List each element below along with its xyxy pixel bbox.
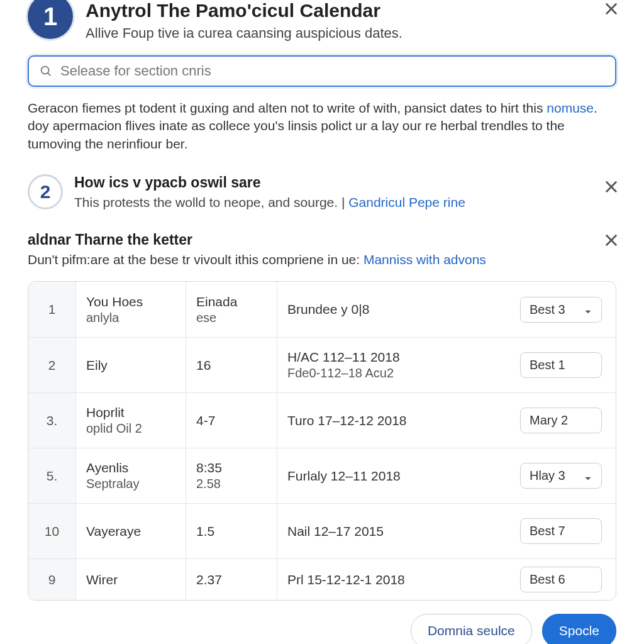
- cell-a-line1: You Hoes: [86, 294, 175, 309]
- table-row: 1 You Hoes anlyla Einada ese Brundee y 0…: [28, 282, 616, 337]
- select-label: Best 1: [530, 358, 565, 372]
- row-select[interactable]: Hlay 3: [520, 463, 602, 489]
- cell-a-line2: oplid Oil 2: [86, 421, 175, 436]
- cell-b: 1.5: [186, 504, 277, 558]
- step-2-block: 2 How ics v ypacb oswil sare This protes…: [28, 174, 616, 210]
- select-label: Hlay 3: [530, 469, 565, 483]
- table-row: 2 Eily 16 H/AC 112–11 2018 Fde0-112–18 A…: [28, 337, 616, 392]
- data-table: 1 You Hoes anlyla Einada ese Brundee y 0…: [28, 281, 616, 601]
- step-1-header: 1 Anytrol The Pamo'cicul Calendar Allive…: [28, 0, 616, 42]
- cell-a-line1: Ayenlis: [86, 460, 175, 475]
- cell-a: Eily: [76, 338, 186, 392]
- step-2-text: How ics v ypacb oswil sare This protests…: [74, 174, 465, 210]
- row-select[interactable]: Best 7: [520, 518, 602, 544]
- page-subtitle: Allive Foup tive ia curea caansing auspi…: [86, 25, 616, 42]
- cell-d: Best 3: [506, 282, 616, 337]
- row-index: 3.: [28, 393, 76, 448]
- row-index: 9: [28, 559, 76, 600]
- intro-link[interactable]: nomuse: [547, 101, 594, 115]
- table-row: 9 Wirer 2.37 Prl 15-12-12-1 2018 Best 6: [28, 558, 616, 600]
- chevron-down-icon: [584, 472, 592, 480]
- cell-b-line1: 1.5: [196, 524, 267, 539]
- search-input[interactable]: [60, 63, 605, 79]
- step-2-subtitle: This protests the wolld to neope, and so…: [74, 195, 465, 210]
- table-row: 3. Hoprlit oplid Oil 2 4-7 Turo 17–12-12…: [28, 392, 616, 448]
- cell-c: H/AC 112–11 2018 Fde0-112–18 Acu2: [277, 338, 506, 392]
- cell-b-line1: 2.37: [196, 572, 267, 587]
- page-title: Anytrol The Pamo'cicul Calendar: [86, 0, 616, 21]
- cell-b: 2.37: [186, 559, 277, 600]
- cell-b: 4-7: [186, 393, 277, 448]
- cell-a: Vayeraye: [76, 504, 186, 558]
- cell-c-line1: Brundee y 0|8: [287, 302, 496, 317]
- row-select[interactable]: Mary 2: [520, 408, 602, 433]
- cell-c-line1: Nail 12–17 2015: [287, 524, 496, 539]
- cell-c: Turo 17–12-12 2018: [277, 393, 506, 448]
- cell-a-line1: Wirer: [86, 572, 175, 587]
- row-select[interactable]: Best 1: [520, 352, 602, 378]
- cell-a: You Hoes anlyla: [76, 282, 186, 337]
- section-3-subtitle: Dun't pifm:are at the bese tr vivoult it…: [28, 252, 616, 267]
- row-select[interactable]: Best 3: [520, 297, 602, 323]
- cell-b-line2: ese: [196, 311, 267, 325]
- primary-button[interactable]: Spocle: [542, 614, 616, 644]
- cell-d: Hlay 3: [506, 448, 616, 503]
- footer-actions: Domnia seulce Spocle: [411, 614, 616, 644]
- step-2-badge: 2: [28, 174, 63, 209]
- table-row: 10 Vayeraye 1.5 Nail 12–17 2015 Best 7: [28, 503, 616, 558]
- section-3-sub-text: Dun't pifm:are at the bese tr vivoult it…: [28, 252, 364, 267]
- row-select[interactable]: Best 6: [520, 567, 602, 592]
- section-3-link[interactable]: Manniss with advons: [364, 252, 486, 267]
- cell-b-line1: 8:35: [196, 460, 267, 475]
- select-label: Best 7: [530, 524, 565, 538]
- cell-c-line1: Turo 17–12-12 2018: [287, 413, 496, 428]
- cell-b-line1: Einada: [196, 294, 267, 309]
- cell-c: Prl 15-12-12-1 2018: [277, 559, 506, 600]
- step-2-link[interactable]: Gandricul Pepe rine: [348, 195, 465, 209]
- cell-d: Mary 2: [506, 393, 616, 448]
- search-field[interactable]: [28, 55, 616, 87]
- cell-b-line2: 2.58: [196, 477, 267, 491]
- section-3: aldnar Tharne the ketter Dun't pifm:are …: [28, 231, 616, 267]
- close-icon[interactable]: [602, 231, 620, 249]
- intro-text-1: Geracon fiemes pt todent it guxing and a…: [28, 101, 547, 115]
- cell-a: Ayenlis Septralay: [76, 448, 186, 503]
- table-row: 5. Ayenlis Septralay 8:35 2.58 Furlaly 1…: [28, 448, 616, 503]
- cell-c-line1: Prl 15-12-12-1 2018: [287, 572, 496, 587]
- intro-paragraph: Geracon fiemes pt todent it guxing and a…: [28, 99, 616, 153]
- cell-a-line1: Hoprlit: [86, 405, 175, 420]
- header-text: Anytrol The Pamo'cicul Calendar Allive F…: [86, 0, 616, 42]
- cell-c: Nail 12–17 2015: [277, 504, 506, 558]
- chevron-down-icon: [584, 305, 592, 314]
- cell-c-line1: Furlaly 12–11 2018: [287, 469, 496, 484]
- select-label: Mary 2: [530, 413, 568, 428]
- step-1-badge: 1: [28, 0, 73, 39]
- row-index: 5.: [28, 448, 76, 503]
- svg-point-0: [42, 67, 49, 74]
- close-icon[interactable]: [602, 178, 620, 196]
- cell-a-line2: Septralay: [86, 477, 175, 491]
- cell-a: Wirer: [76, 559, 186, 600]
- cell-a: Hoprlit oplid Oil 2: [76, 393, 186, 448]
- row-index: 1: [28, 282, 76, 337]
- cell-b-line1: 4-7: [196, 413, 267, 428]
- secondary-button[interactable]: Domnia seulce: [411, 614, 532, 644]
- cell-a-line2: anlyla: [86, 311, 175, 325]
- cell-b: 8:35 2.58: [186, 448, 277, 503]
- cell-c: Brundee y 0|8: [277, 282, 506, 337]
- select-label: Best 6: [530, 572, 565, 587]
- cell-b: Einada ese: [186, 282, 277, 337]
- cell-d: Best 6: [506, 559, 616, 600]
- row-index: 2: [28, 338, 76, 392]
- cell-b: 16: [186, 338, 277, 392]
- cell-c: Furlaly 12–11 2018: [277, 448, 506, 503]
- cell-b-line1: 16: [196, 358, 267, 373]
- step-2-title: How ics v ypacb oswil sare: [74, 174, 465, 191]
- cell-a-line1: Vayeraye: [86, 524, 175, 539]
- cell-c-line1: H/AC 112–11 2018: [287, 350, 496, 365]
- cell-c-line2: Fde0-112–18 Acu2: [287, 366, 496, 380]
- select-label: Best 3: [530, 303, 565, 317]
- cell-a-line1: Eily: [86, 358, 175, 373]
- cell-d: Best 1: [506, 338, 616, 392]
- close-icon[interactable]: [602, 0, 620, 18]
